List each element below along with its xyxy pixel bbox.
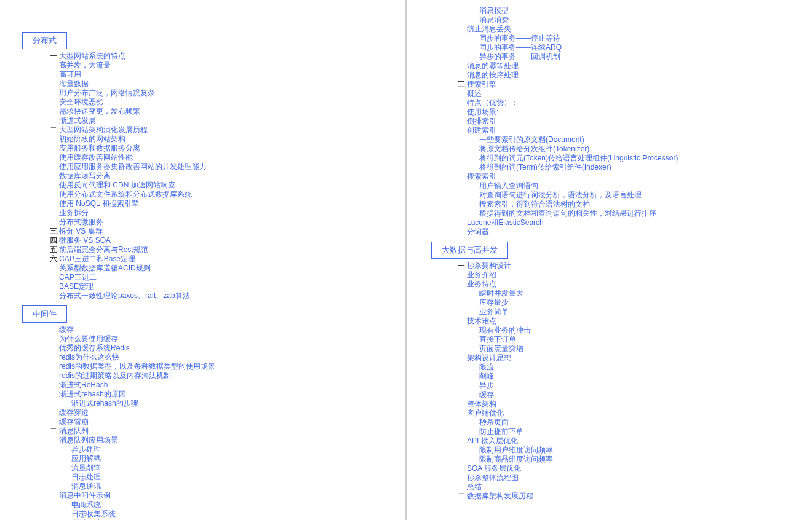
toc-link: 客户端优化 bbox=[467, 409, 504, 417]
toc-item: 客户端优化 bbox=[407, 409, 812, 418]
left-column: 分布式 一.大型网站系统的特点高并发，大流量高可用海量数据用户分布广泛，网络情况… bbox=[0, 0, 406, 520]
toc-link: 为什么要使用缓存 bbox=[59, 334, 118, 343]
toc-link: 将得到的词(Term)传给索引组件(Indexer) bbox=[479, 163, 611, 171]
toc-item: API 接入层优化 bbox=[407, 436, 812, 446]
toc-item: 消息的幂等处理 bbox=[407, 61, 812, 71]
toc-link: 缓存 bbox=[59, 325, 74, 334]
toc-link: 流量削锋 bbox=[71, 463, 101, 472]
toc-link: 消息中间件示例 bbox=[59, 491, 111, 500]
toc-link: redis的过期策略以及内存淘汰机制 bbox=[59, 371, 171, 380]
toc-item: 使用应用服务器集群改善网站的并发处理能力 bbox=[0, 162, 405, 171]
toc-item: 削峰 bbox=[407, 372, 812, 381]
toc-list-bigdata: 一.秒杀架构设计业务介绍业务特点瞬时并发量大库存量少业务简单技术难点现有业务的冲… bbox=[407, 261, 812, 501]
toc-link: 业务特点 bbox=[467, 280, 496, 288]
toc-item: 缓存 bbox=[407, 390, 812, 400]
toc-item: 搜索索引 bbox=[407, 172, 812, 181]
toc-link: 前后端完全分离与Rest规范 bbox=[59, 245, 148, 254]
toc-item: 渐进式rehash的步骤 bbox=[0, 399, 405, 408]
toc-item: 倒排索引 bbox=[407, 117, 812, 126]
toc-link: 限流 bbox=[479, 363, 494, 371]
toc-link: 异步处理 bbox=[71, 445, 101, 454]
toc-link: 秒杀架构设计 bbox=[467, 261, 511, 270]
toc-link: 日志收集系统 bbox=[71, 510, 116, 518]
toc-link: CAP三进二和Base定理 bbox=[59, 254, 135, 263]
toc-item: 为什么要使用缓存 bbox=[0, 334, 405, 344]
toc-link: 一些要索引的原文档(Document) bbox=[479, 135, 584, 144]
toc-item: 业务拆分 bbox=[0, 208, 405, 218]
toc-link: 业务简单 bbox=[479, 307, 509, 316]
toc-item: 分词器 bbox=[407, 227, 812, 237]
toc-item: 异步 bbox=[407, 381, 812, 390]
toc-item: 一.秒杀架构设计 bbox=[407, 261, 812, 270]
toc-link: Lucene和ElasticSearch bbox=[467, 218, 544, 227]
toc-item: 异步处理 bbox=[0, 445, 405, 454]
toc-item: 缓存雪崩 bbox=[0, 417, 405, 427]
toc-link: redis的数据类型，以及每种数据类型的使用场景 bbox=[59, 362, 215, 371]
toc-link: 对查询语句进行词法分析，语法分析，及语言处理 bbox=[479, 191, 642, 199]
toc-link: 同步的事务——连续ARQ bbox=[479, 43, 562, 52]
toc-link: 需求快速变更，发布频繁 bbox=[59, 107, 140, 116]
toc-link: 秒杀整体流程图 bbox=[467, 473, 519, 482]
toc-link: 总结 bbox=[467, 483, 482, 491]
toc-item: 限制用户维度访问频率 bbox=[407, 446, 812, 455]
toc-link: 渐进式rehash的原因 bbox=[59, 390, 126, 398]
toc-item: 高并发，大流量 bbox=[0, 61, 405, 70]
toc-item: 二.数据库架构发展历程 bbox=[407, 492, 812, 501]
toc-item: 消息通讯 bbox=[0, 482, 405, 491]
toc-link: 渐进式rehash的步骤 bbox=[71, 399, 138, 408]
toc-item: 同步的事务——连续ARQ bbox=[407, 43, 812, 52]
toc-item: 优秀的缓存系统Redis bbox=[0, 344, 405, 353]
toc-item: 创建索引 bbox=[407, 126, 812, 135]
toc-item: 安全环境恶劣 bbox=[0, 98, 405, 107]
toc-number: 二. bbox=[47, 427, 59, 436]
toc-item: 使用反向代理和 CDN 加速网站响应 bbox=[0, 181, 405, 190]
toc-item: 三.拆分 VS 集群 bbox=[0, 227, 405, 236]
toc-number: 一. bbox=[47, 52, 59, 61]
toc-link: 用户输入查询语句 bbox=[479, 181, 538, 190]
toc-link: 大型网站系统的特点 bbox=[59, 52, 125, 60]
toc-link: 使用缓存改善网站性能 bbox=[59, 153, 133, 162]
toc-link: 限制商品维度访问频率 bbox=[479, 455, 553, 463]
toc-item: 总结 bbox=[407, 483, 812, 492]
toc-link: 大型网站架构演化发展历程 bbox=[59, 125, 148, 134]
toc-link: 消息的幂等处理 bbox=[467, 61, 519, 70]
toc-item: 对查询语句进行词法分析，语法分析，及语言处理 bbox=[407, 191, 812, 200]
toc-item: 特点（优势）： bbox=[407, 98, 812, 108]
toc-link: 搜索索引，得到符合语法树的文档 bbox=[479, 200, 590, 208]
toc-link: 搜索引擎 bbox=[467, 80, 496, 89]
toc-link: 异步 bbox=[479, 381, 494, 390]
toc-item: Lucene和ElasticSearch bbox=[407, 218, 812, 227]
toc-item: 流量削锋 bbox=[0, 463, 405, 473]
toc-item: 六.CAP三进二和Base定理 bbox=[0, 254, 405, 264]
toc-link: 限制用户维度访问频率 bbox=[479, 446, 553, 454]
toc-list-middleware: 一.缓存为什么要使用缓存优秀的缓存系统Redisredis为什么这么快redis… bbox=[0, 325, 405, 520]
toc-link: API 接入层优化 bbox=[467, 436, 518, 445]
toc-item: 将原文档传给分次组件(Tokenizer) bbox=[407, 144, 812, 154]
toc-link: 直接下订单 bbox=[479, 335, 516, 344]
toc-number: 一. bbox=[47, 325, 59, 334]
toc-item: 使用缓存改善网站性能 bbox=[0, 153, 405, 162]
toc-number: 五. bbox=[47, 245, 59, 254]
toc-item: 海量数据 bbox=[0, 79, 405, 89]
toc-link: 概述 bbox=[467, 89, 482, 98]
toc-number: 一. bbox=[455, 261, 467, 270]
toc-item: 瞬时并发量大 bbox=[407, 289, 812, 298]
toc-link: 用户分布广泛，网络情况复杂 bbox=[59, 89, 155, 97]
toc-item: 初始阶段的网站架构 bbox=[0, 135, 405, 144]
toc-item: 业务特点 bbox=[407, 280, 812, 289]
toc-link: 使用分布式文件系统和分布式数据库系统 bbox=[59, 190, 192, 199]
toc-link: 消息的按序处理 bbox=[467, 71, 519, 79]
toc-item: 秒杀页面 bbox=[407, 418, 812, 427]
toc-list-right-top: 消息模型消息消费防止消息丢失同步的事务——停止等待同步的事务——连续ARQ异步的… bbox=[407, 6, 812, 237]
toc-link: 秒杀页面 bbox=[479, 418, 509, 427]
toc-item: 渐进式ReHash bbox=[0, 380, 405, 390]
toc-link: 使用应用服务器集群改善网站的并发处理能力 bbox=[59, 162, 207, 171]
toc-item: 业务简单 bbox=[407, 307, 812, 317]
section-header-distributed: 分布式 bbox=[22, 32, 67, 49]
toc-item: 三.搜索引擎 bbox=[407, 80, 812, 89]
toc-link: 削峰 bbox=[479, 372, 494, 380]
toc-link: 业务拆分 bbox=[59, 208, 89, 217]
toc-item: 概述 bbox=[407, 89, 812, 98]
toc-link: 分词器 bbox=[467, 227, 489, 236]
toc-link: 电商系统 bbox=[71, 500, 101, 509]
